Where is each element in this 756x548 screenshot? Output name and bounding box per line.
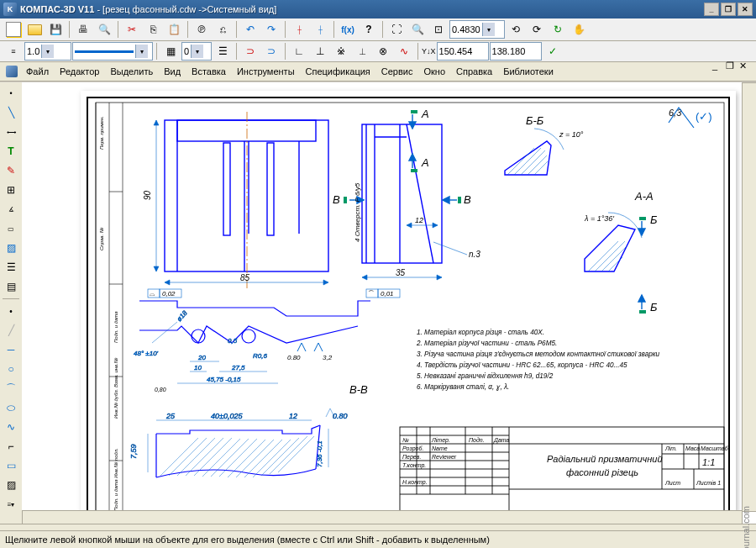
coord-x[interactable]: 150.454 bbox=[437, 42, 489, 61]
scale-combo[interactable]: 1.0▾ bbox=[24, 42, 71, 61]
dr-segment-button[interactable]: ─ bbox=[2, 340, 20, 359]
tool-b-button[interactable]: ⎌ bbox=[213, 19, 233, 40]
layers-button[interactable]: ▦ bbox=[160, 41, 181, 61]
magnet-blue-button[interactable]: ⊃ bbox=[261, 41, 281, 61]
svg-text:Маса: Маса bbox=[685, 445, 700, 451]
svg-text:ø18: ø18 bbox=[176, 309, 189, 324]
zoom-window-button[interactable]: ⛶ bbox=[386, 19, 407, 40]
zoom-fit-button[interactable]: ⊡ bbox=[428, 19, 449, 40]
menu-file[interactable]: Файл bbox=[21, 65, 54, 78]
dr-hatch-button[interactable]: ▨ bbox=[2, 476, 20, 494]
canvas[interactable]: Перв. примен. Справ. № Подп. и дата Инв.… bbox=[22, 82, 756, 524]
layer-combo[interactable]: ▾ bbox=[72, 42, 153, 61]
new-button[interactable] bbox=[3, 19, 24, 40]
open-button[interactable] bbox=[24, 19, 45, 40]
print-button[interactable]: 🖶 bbox=[73, 19, 93, 40]
zoom-in-button[interactable]: 🔍 bbox=[407, 19, 428, 40]
geom-text-button[interactable]: T bbox=[2, 142, 20, 161]
menu-editor[interactable]: Редактор bbox=[55, 65, 104, 78]
minimize-button[interactable]: _ bbox=[704, 3, 719, 16]
undo-button[interactable]: ↶ bbox=[240, 19, 260, 40]
svg-text:(✓): (✓) bbox=[696, 110, 712, 123]
dr-circle-button[interactable]: ○ bbox=[2, 360, 20, 378]
close-button[interactable]: ✕ bbox=[738, 3, 753, 16]
dr-aux-button[interactable]: ╱ bbox=[2, 321, 20, 340]
paste-button[interactable]: 📋 bbox=[164, 19, 184, 40]
save-button[interactable]: 💾 bbox=[45, 19, 66, 40]
snap-blue-button[interactable]: ⟊ bbox=[310, 19, 330, 40]
redo-button[interactable]: ↷ bbox=[261, 19, 281, 40]
snap4-button[interactable]: ⟂ bbox=[352, 41, 372, 61]
menu-help[interactable]: Справка bbox=[451, 65, 497, 78]
mdi-restore[interactable]: ❐ bbox=[726, 61, 738, 71]
mdi-min[interactable]: _ bbox=[712, 61, 724, 71]
app-menu-icon[interactable] bbox=[3, 63, 20, 80]
svg-text:⌒: ⌒ bbox=[368, 290, 375, 298]
geom-point-button[interactable]: • bbox=[2, 84, 20, 103]
preview-button[interactable]: 🔍 bbox=[94, 19, 114, 40]
menu-service[interactable]: Сервис bbox=[376, 65, 418, 78]
linestyle-button[interactable]: ≡ bbox=[3, 41, 24, 61]
tool-a-button[interactable]: ℗ bbox=[192, 19, 212, 40]
layer-mgr-button[interactable]: ☰ bbox=[213, 41, 233, 61]
menu-select[interactable]: Выделить bbox=[105, 65, 158, 78]
snap-red-button[interactable]: ⟊ bbox=[289, 19, 309, 40]
geom-report-button[interactable]: ▤ bbox=[2, 277, 20, 296]
geom-spec-button[interactable]: ☰ bbox=[2, 258, 20, 277]
vscrollbar[interactable] bbox=[742, 82, 756, 512]
dr-rect-button[interactable]: ▭ bbox=[2, 456, 20, 475]
dr-ellipse-button[interactable]: ⬭ bbox=[2, 398, 20, 417]
restore-button[interactable]: ❐ bbox=[721, 3, 736, 16]
geom-meas-button[interactable]: ∡ bbox=[2, 200, 20, 219]
zoom-next-button[interactable]: ⟳ bbox=[527, 19, 547, 40]
snap1-button[interactable]: ∟ bbox=[289, 41, 309, 61]
svg-text:1:1: 1:1 bbox=[702, 457, 715, 467]
workspace: Перв. примен. Справ. № Подп. и дата Инв.… bbox=[22, 82, 756, 524]
coord-btn[interactable]: ✓ bbox=[543, 41, 563, 61]
pan-button[interactable]: ✋ bbox=[569, 19, 589, 40]
geom-edit-button[interactable]: ✎ bbox=[2, 161, 20, 180]
dr-point-button[interactable]: • bbox=[2, 302, 20, 320]
menu-insert[interactable]: Вставка bbox=[186, 65, 231, 78]
svg-text:Н.контр.: Н.контр. bbox=[402, 479, 428, 486]
layer-num-combo[interactable]: 0▾ bbox=[181, 42, 212, 61]
svg-text:Радіальний призматичний: Радіальний призматичний bbox=[547, 454, 663, 464]
svg-text:90: 90 bbox=[143, 190, 152, 200]
magnet-red-button[interactable]: ⊃ bbox=[240, 41, 260, 61]
menu-tools[interactable]: Инструменты bbox=[232, 65, 300, 78]
menu-view[interactable]: Вид bbox=[159, 65, 186, 78]
geom-hatch-button[interactable]: ▨ bbox=[2, 239, 20, 257]
svg-text:B: B bbox=[333, 193, 340, 206]
snap3-button[interactable]: ※ bbox=[331, 41, 351, 61]
refresh-button[interactable]: ↻ bbox=[548, 19, 568, 40]
geom-line-button[interactable]: ╲ bbox=[2, 103, 20, 122]
hscrollbar[interactable] bbox=[22, 510, 743, 524]
dr-more-button[interactable]: ≡▾ bbox=[2, 495, 20, 514]
svg-point-73 bbox=[192, 329, 205, 343]
svg-text:Подп. и дата  Инв.№ подл.: Подп. и дата Инв.№ подл. bbox=[113, 448, 118, 511]
snap5-button[interactable]: ⊗ bbox=[373, 41, 393, 61]
menu-spec[interactable]: Спецификация bbox=[301, 65, 375, 78]
mdi-controls: _ ❐ ✕ bbox=[712, 61, 751, 71]
help-button[interactable]: ? bbox=[359, 19, 379, 40]
svg-line-31 bbox=[407, 124, 433, 263]
geom-dim-button[interactable]: ⟷ bbox=[2, 123, 20, 141]
dr-arc-button[interactable]: ⌒ bbox=[2, 379, 20, 398]
zoom-prev-button[interactable]: ⟲ bbox=[506, 19, 526, 40]
fx-button[interactable]: f(x) bbox=[338, 19, 358, 40]
zoom-combo[interactable]: 0.4830▾ bbox=[449, 20, 505, 39]
menu-window[interactable]: Окно bbox=[418, 65, 450, 78]
menu-lib[interactable]: Библиотеки bbox=[498, 65, 559, 78]
mdi-close[interactable]: ✕ bbox=[739, 61, 751, 71]
dr-fillet-button[interactable]: ⌐ bbox=[2, 437, 20, 456]
svg-text:№: № bbox=[402, 437, 409, 443]
copy-button[interactable]: ⎘ bbox=[143, 19, 163, 40]
snap2-button[interactable]: ⊥ bbox=[310, 41, 330, 61]
geom-param-button[interactable]: ⊞ bbox=[2, 181, 20, 199]
cut-button[interactable]: ✂ bbox=[122, 19, 142, 40]
snap6-button[interactable]: ∿ bbox=[394, 41, 414, 61]
sep bbox=[69, 21, 70, 38]
dr-spline-button[interactable]: ∿ bbox=[2, 418, 20, 436]
coord-y[interactable]: 138.180 bbox=[490, 42, 542, 61]
geom-sel-button[interactable]: ▭ bbox=[2, 219, 20, 238]
